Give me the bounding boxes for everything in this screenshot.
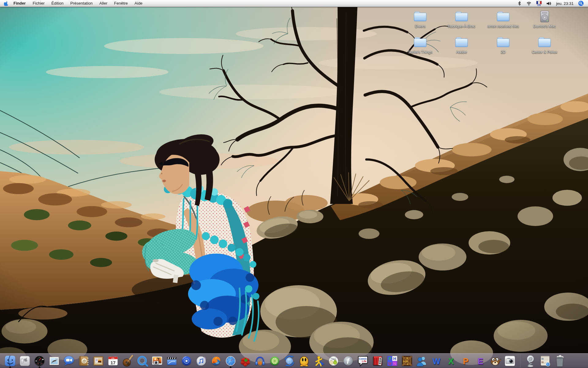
desktop-icon-divers[interactable]: Divers bbox=[400, 9, 440, 29]
desktop-icon-label: Sarita's Things bbox=[400, 50, 440, 54]
svg-text:N: N bbox=[393, 361, 396, 366]
hard-disk-icon bbox=[525, 9, 564, 23]
dock-item-gimp[interactable] bbox=[489, 355, 501, 367]
dock-item-audacity[interactable] bbox=[254, 355, 266, 367]
desktop-icon-amsn-received-files[interactable]: amsn received files bbox=[483, 9, 523, 29]
desktop-icon-label: Divers bbox=[400, 24, 440, 29]
volume-icon[interactable] bbox=[546, 1, 552, 6]
menu-item-aide[interactable]: Aide bbox=[131, 0, 146, 7]
dock-separator bbox=[520, 354, 520, 368]
svg-text:P: P bbox=[463, 357, 468, 366]
desktop-icon-label: 2D bbox=[483, 50, 523, 54]
desktop-icon-label: Castor & Pollux bbox=[525, 50, 564, 54]
dock-item-mail[interactable] bbox=[48, 355, 60, 367]
folder-icon bbox=[442, 9, 481, 23]
folder-icon bbox=[525, 34, 564, 49]
desktop-icon-saritas-things[interactable]: Sarita's Things bbox=[400, 34, 440, 54]
dock-item-excel[interactable]: XX bbox=[445, 355, 457, 367]
menu-item-fenetre[interactable]: Fenêtre bbox=[111, 0, 131, 7]
svg-text:U: U bbox=[388, 361, 391, 366]
svg-text:H: H bbox=[393, 356, 396, 361]
svg-text:E: E bbox=[477, 357, 483, 366]
desktop-icon-label: Adobe bbox=[442, 50, 481, 54]
dock-item-firefox[interactable] bbox=[209, 355, 222, 367]
desktop-icon-castor-pollux[interactable]: Castor & Pollux bbox=[525, 34, 564, 54]
svg-text:P: P bbox=[388, 356, 391, 361]
running-indicator bbox=[229, 366, 232, 368]
dock-item-photo-booth[interactable] bbox=[371, 355, 384, 367]
menubar-clock[interactable]: jeu. 23:31 bbox=[556, 1, 574, 6]
dock-item-imovie[interactable] bbox=[165, 355, 178, 367]
svg-text:Life: Life bbox=[362, 360, 366, 363]
apple-menu[interactable] bbox=[2, 1, 10, 6]
menu-item-aller[interactable]: Aller bbox=[96, 0, 111, 7]
menu-item-edition[interactable]: Édition bbox=[48, 0, 67, 7]
dock-item-powerpoint[interactable]: PP bbox=[459, 355, 472, 367]
dock-item-phun[interactable]: PHUN bbox=[386, 355, 398, 367]
running-indicator bbox=[38, 366, 41, 368]
dock-item-webloc[interactable]: @ bbox=[524, 355, 537, 367]
dock-item-pinboard[interactable] bbox=[92, 355, 104, 367]
dock-item-image-capture[interactable] bbox=[503, 355, 516, 367]
svg-text:17: 17 bbox=[110, 360, 115, 365]
apple-logo-icon bbox=[4, 1, 9, 6]
dock-item-amsn[interactable] bbox=[298, 355, 310, 367]
dock-item-fruit-scissors[interactable] bbox=[327, 355, 340, 367]
dock-item-iphoto[interactable] bbox=[151, 355, 163, 367]
dock-item-tomato[interactable] bbox=[239, 355, 251, 367]
running-indicator bbox=[9, 366, 11, 368]
dock-item-minimized-window[interactable] bbox=[539, 355, 551, 367]
folder-icon bbox=[483, 9, 523, 23]
menu-item-presentation[interactable]: Présentation bbox=[67, 0, 96, 7]
folder-icon bbox=[442, 34, 481, 49]
svg-text:W: W bbox=[432, 357, 440, 366]
dock-item-garageband[interactable] bbox=[121, 355, 134, 367]
desktop-icon-label: amsn received files bbox=[483, 24, 523, 29]
desktop-icon-2d[interactable]: 2D bbox=[483, 34, 523, 54]
folder-icon bbox=[483, 34, 523, 49]
dock-item-quicktime[interactable] bbox=[136, 355, 149, 367]
desktop-icon-adobe[interactable]: Adobe bbox=[442, 34, 481, 54]
dock-item-ical[interactable]: JUL17 bbox=[107, 355, 119, 367]
wifi-icon[interactable] bbox=[526, 1, 532, 6]
dock-item-itunes[interactable] bbox=[195, 355, 207, 367]
dock-item-aim[interactable] bbox=[312, 355, 325, 367]
dock-item-trash[interactable] bbox=[553, 355, 566, 367]
dock-item-ichat[interactable] bbox=[62, 355, 75, 367]
menu-item-finder[interactable]: Finder bbox=[10, 0, 29, 7]
menu-bar: Finder Fichier Édition Présentation Alle… bbox=[0, 0, 588, 7]
dock-item-sync[interactable] bbox=[283, 355, 296, 367]
desktop-icon-dumbos-mac[interactable]: Dumbo's Mac bbox=[525, 9, 564, 29]
dock-item-dosbox[interactable]: BDOSX bbox=[401, 355, 413, 367]
svg-text:X: X bbox=[407, 362, 409, 365]
dock-item-safari[interactable] bbox=[224, 355, 237, 367]
desktop-icon-label: Dumbo's Mac bbox=[525, 24, 564, 29]
dock-item-address-book[interactable]: @ bbox=[77, 355, 90, 367]
spotlight-icon[interactable] bbox=[578, 1, 584, 6]
dock: ♪ @ JUL17 bbox=[0, 353, 588, 368]
dock-item-limewire[interactable] bbox=[268, 355, 281, 367]
svg-text:@: @ bbox=[528, 356, 533, 361]
svg-text:B: B bbox=[406, 357, 408, 360]
bluetooth-icon[interactable] bbox=[517, 1, 522, 6]
dock-item-msn-messenger[interactable] bbox=[415, 355, 428, 367]
svg-text:@: @ bbox=[82, 359, 86, 363]
dock-item-idvd[interactable] bbox=[180, 355, 193, 367]
desktop-icon-rubrique-a-brac[interactable]: Rubrique-À-Brac bbox=[442, 9, 481, 29]
keyboard-layout-french[interactable]: 123 bbox=[536, 1, 542, 6]
dock-item-dashboard[interactable]: ♪ bbox=[33, 355, 46, 367]
folder-icon bbox=[400, 9, 440, 23]
dock-item-word[interactable]: ​WW bbox=[430, 355, 443, 367]
dock-item-flash[interactable]: f bbox=[342, 355, 354, 367]
svg-text:JUL: JUL bbox=[111, 357, 115, 359]
svg-text:X: X bbox=[448, 357, 454, 366]
dock-item-entourage[interactable]: EE bbox=[474, 355, 487, 367]
dock-item-finder[interactable] bbox=[4, 355, 16, 367]
desktop-wallpaper bbox=[0, 0, 588, 368]
keyboard-badge: 123 bbox=[537, 4, 541, 6]
dock-item-system-preferences[interactable] bbox=[18, 355, 31, 367]
desktop-icon-label: Rubrique-À-Brac bbox=[442, 24, 481, 29]
svg-text:♪: ♪ bbox=[39, 356, 40, 358]
menu-item-fichier[interactable]: Fichier bbox=[29, 0, 48, 7]
dock-item-comic-life[interactable]: ComicLife bbox=[356, 355, 369, 367]
